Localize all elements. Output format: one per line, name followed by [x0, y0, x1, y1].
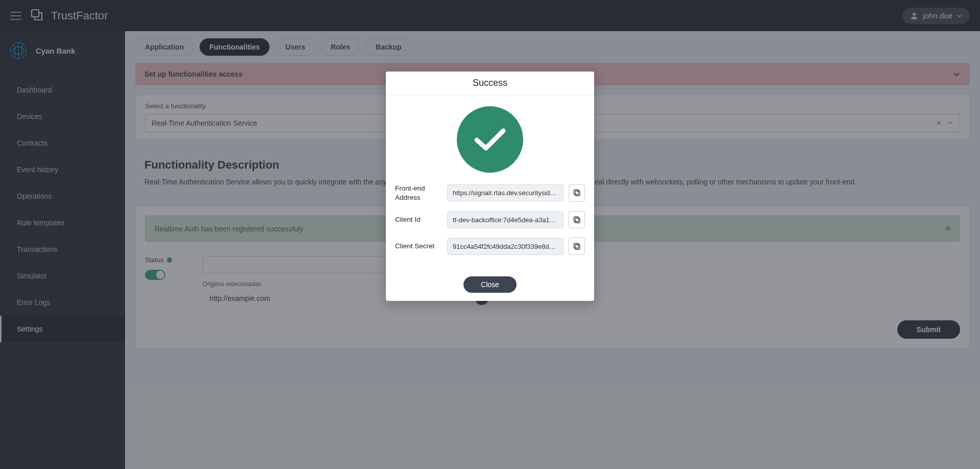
success-modal: Success Front-end Address https://signal…: [386, 72, 594, 301]
svg-rect-7: [575, 245, 580, 249]
modal-close-button[interactable]: Close: [463, 276, 517, 293]
svg-rect-6: [574, 217, 578, 221]
field-label: Front-end Address: [395, 184, 442, 202]
field-label: Client Id: [395, 215, 442, 224]
field-value[interactable]: 91cc4a54f2fc49dda2c30f339e8db83a: [447, 238, 564, 255]
svg-rect-5: [575, 218, 580, 223]
field-value[interactable]: tf-dev-backoffice:7d4e5dea-a3a1-41df-80: [447, 212, 564, 228]
copy-button[interactable]: [569, 184, 585, 202]
svg-rect-3: [575, 191, 580, 196]
svg-rect-4: [574, 190, 578, 195]
field-value[interactable]: https://signalr.rtas.dev.securityside.co…: [447, 184, 564, 201]
copy-icon: [573, 216, 581, 224]
modal-title: Success: [386, 72, 594, 95]
modal-overlay[interactable]: Success Front-end Address https://signal…: [0, 0, 980, 469]
copy-button[interactable]: [569, 238, 585, 255]
copy-icon: [573, 243, 581, 250]
copy-button[interactable]: [569, 211, 585, 228]
svg-rect-8: [574, 243, 578, 248]
modal-field-frontend-address: Front-end Address https://signalr.rtas.d…: [395, 184, 585, 202]
modal-field-client-secret: Client Secret 91cc4a54f2fc49dda2c30f339e…: [395, 238, 585, 255]
modal-field-client-id: Client Id tf-dev-backoffice:7d4e5dea-a3a…: [395, 211, 585, 228]
success-check-icon: [457, 106, 523, 173]
copy-icon: [573, 189, 581, 197]
field-label: Client Secret: [395, 242, 442, 251]
